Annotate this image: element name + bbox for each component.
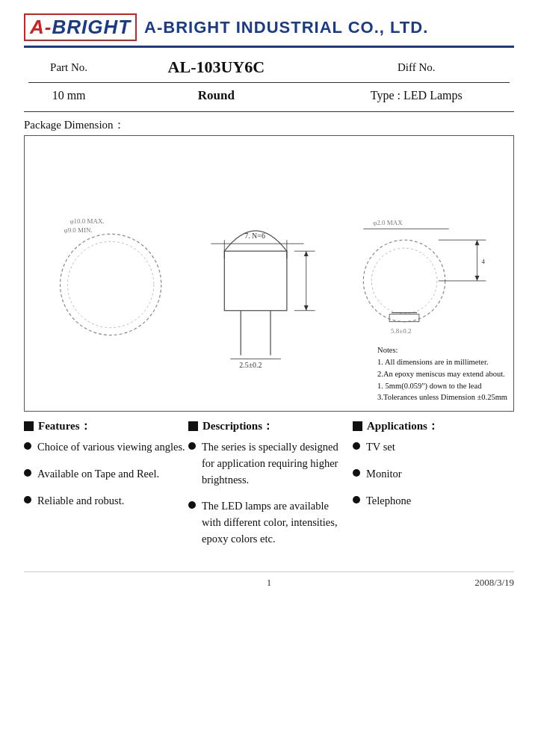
applications-column: Applications： TV set Monitor Telephone	[353, 419, 514, 558]
svg-text:φ2.0 MAX: φ2.0 MAX	[373, 219, 403, 226]
fda-section: Features： Choice of various viewing angl…	[24, 419, 514, 558]
package-dimension-section: Package Dimension： 7. N=6	[24, 118, 514, 412]
svg-marker-13	[304, 306, 309, 311]
package-diagram: 7. N=6 2.5±0.2 φ10.0 MAX. φ9.0 MIN.	[24, 135, 514, 412]
page-footer: 1 2008/3/19	[24, 571, 514, 589]
application-text-3: Telephone	[366, 493, 411, 509]
notes-line4: 3.Tolerances unless Dimension ±0.25mm	[377, 391, 507, 403]
features-title: Features：	[24, 419, 185, 433]
svg-text:7. N=6: 7. N=6	[244, 232, 265, 240]
page-header: A-BRIGHT A-BRIGHT INDUSTRIAL CO., LTD.	[24, 13, 514, 48]
part-info-table: Part No. AL-103UY6C Diff No. 10 mm Round…	[24, 55, 514, 105]
bullet-icon	[24, 496, 31, 504]
feature-item-2: Available on Tape and Reel.	[24, 466, 185, 483]
application-text-1: TV set	[366, 439, 395, 456]
description-text-1: The series is specially designed for app…	[202, 439, 350, 488]
svg-marker-25	[475, 276, 480, 281]
features-column: Features： Choice of various viewing angl…	[24, 419, 188, 558]
svg-text:φ10.0 MAX.: φ10.0 MAX.	[69, 217, 104, 225]
diff-no-label: Diff No.	[319, 55, 514, 77]
page-number: 1	[188, 577, 351, 589]
svg-point-0	[61, 234, 161, 335]
application-item-2: Monitor	[353, 466, 514, 483]
notes-line3: 1. 5mm(0.059") down to the lead	[377, 380, 507, 392]
feature-text-2: Available on Tape and Reel.	[37, 466, 159, 483]
descriptions-icon	[188, 421, 198, 431]
application-item-1: TV set	[353, 439, 514, 456]
footer-date: 2008/3/19	[350, 577, 514, 589]
description-item-2: The LED lamps are available with differe…	[188, 498, 350, 547]
descriptions-title: Descriptions：	[188, 419, 350, 433]
logo-text: A-BRIGHT	[24, 13, 137, 41]
package-dimension-title: Package Dimension：	[24, 118, 514, 132]
applications-title: Applications：	[353, 419, 514, 433]
svg-point-18	[363, 240, 445, 321]
bullet-icon	[188, 501, 196, 509]
description-text-2: The LED lamps are available with differe…	[202, 498, 350, 547]
bullet-icon	[353, 442, 360, 450]
part-no-label: Part No.	[24, 55, 114, 77]
feature-text-3: Reliable and robust.	[37, 493, 124, 509]
part-no-value: AL-103UY6C	[114, 55, 318, 77]
svg-text:5.8±0.2: 5.8±0.2	[391, 327, 411, 335]
svg-point-1	[67, 241, 153, 327]
bullet-icon	[24, 469, 31, 477]
application-text-2: Monitor	[366, 466, 402, 483]
shape-label: Round	[114, 88, 318, 105]
feature-text-1: Choice of various viewing angles.	[37, 439, 185, 456]
logo: A-BRIGHT	[24, 13, 137, 41]
svg-rect-2	[224, 251, 287, 311]
svg-marker-12	[304, 251, 309, 256]
bullet-icon	[24, 442, 31, 450]
description-item-1: The series is specially designed for app…	[188, 439, 350, 488]
feature-item-1: Choice of various viewing angles.	[24, 439, 185, 456]
svg-point-19	[371, 248, 437, 314]
footer-left	[24, 577, 188, 589]
company-name: A-BRIGHT INDUSTRIAL CO., LTD.	[144, 18, 428, 37]
svg-text:2.5±0.2: 2.5±0.2	[239, 361, 262, 369]
applications-icon	[353, 421, 362, 431]
bullet-icon	[188, 442, 196, 450]
descriptions-column: Descriptions： The series is specially de…	[188, 419, 353, 558]
bullet-icon	[353, 496, 360, 504]
size-label: 10 mm	[24, 88, 114, 105]
feature-item-3: Reliable and robust.	[24, 493, 185, 509]
features-icon	[24, 421, 34, 431]
notes-line1: 1. All dimensions are in millimeter.	[377, 356, 507, 368]
svg-text:4: 4	[481, 258, 485, 265]
svg-marker-24	[475, 240, 480, 245]
svg-text:φ9.0 MIN.: φ9.0 MIN.	[64, 226, 92, 234]
notes-box: Notes: 1. All dimensions are in millimet…	[377, 344, 507, 403]
notes-line2: 2.An epoxy meniscus may extend about.	[377, 368, 507, 380]
type-label: Type : LED Lamps	[319, 88, 514, 105]
notes-header: Notes:	[377, 344, 507, 356]
bullet-icon	[353, 469, 360, 477]
application-item-3: Telephone	[353, 493, 514, 509]
